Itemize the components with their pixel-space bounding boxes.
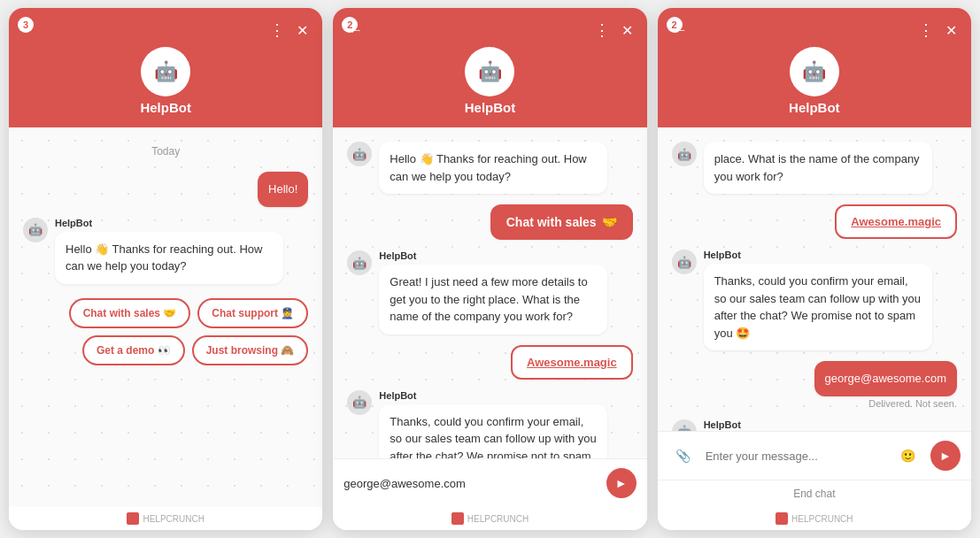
chat-panel-2: 2 ← ⋮ ✕ 🤖 HelpBot 🤖 Hello 👋 Thanks f xyxy=(333,8,646,530)
send-button-3[interactable]: ► xyxy=(930,441,961,471)
chat-footer-3: 📎 🙂 ► xyxy=(658,431,971,480)
brand-logo-1 xyxy=(127,512,139,525)
bot-initial-bubble-2: Hello 👋 Thanks for reaching out. How can… xyxy=(379,142,607,194)
bot-name-2b: HelpBot xyxy=(379,390,607,401)
bot-avatar-small-3a: 🤖 xyxy=(672,142,697,166)
close-icon-2[interactable]: ✕ xyxy=(621,22,633,39)
more-options-icon-2[interactable]: ⋮ xyxy=(594,20,611,40)
message-input-3[interactable] xyxy=(706,450,886,463)
email-meta-3: Delivered. Not seen. xyxy=(868,398,957,409)
bot-message-content-2a: HelpBot Great! I just need a few more de… xyxy=(379,250,607,334)
more-options-icon-3[interactable]: ⋮ xyxy=(918,20,935,40)
chat-body-2: 🤖 Hello 👋 Thanks for reaching out. How c… xyxy=(333,127,646,458)
brand-text-1: HELPCRUNCH xyxy=(143,514,204,524)
avatar-2: 🤖 xyxy=(465,47,514,96)
chat-header-1: 3 ⋮ ✕ 🤖 HelpBot xyxy=(9,8,322,127)
header-right-1: ⋮ ✕ xyxy=(269,20,308,40)
brand-text-2: HELPCRUNCH xyxy=(467,514,529,524)
bot-name-2a: HelpBot xyxy=(379,250,607,261)
header-title-1: HelpBot xyxy=(140,100,191,115)
bot-message-3b: 🤖 HelpBot Thank you! Now feel free to pr… xyxy=(672,419,957,432)
avatar-1: 🤖 xyxy=(141,47,190,96)
bot-message-2a: 🤖 HelpBot Great! I just need a few more … xyxy=(347,250,632,334)
bot-partial-content-3: place. What is the name of the company y… xyxy=(704,142,932,194)
chat-support-btn[interactable]: Chat support 👮 xyxy=(197,298,308,328)
send-button-2[interactable]: ► xyxy=(606,468,637,498)
panels-container: 3 ⋮ ✕ 🤖 HelpBot Today Hello! xyxy=(0,0,980,538)
bot-name-1: HelpBot xyxy=(55,218,283,228)
chat-panel-1: 3 ⋮ ✕ 🤖 HelpBot Today Hello! xyxy=(9,8,322,530)
bot-avatar-small-3b: 🤖 xyxy=(672,250,697,274)
bot-icon-1: 🤖 xyxy=(154,60,178,83)
bot-bubble-2a: Great! I just need a few more details to… xyxy=(379,265,607,334)
user-action-2: Chat with sales 🤝 xyxy=(347,204,632,240)
bot-avatar-small-2a: 🤖 xyxy=(347,142,372,166)
bot-bubble-2b: Thanks, could you confirm your email, so… xyxy=(379,404,607,459)
bot-partial-bubble-3: place. What is the name of the company y… xyxy=(704,142,932,194)
user-action-bubble-2: Chat with sales 🤝 xyxy=(490,204,633,240)
brand-3: HELPCRUNCH xyxy=(658,507,971,530)
chat-header-3: 2 ← ⋮ ✕ 🤖 HelpBot xyxy=(658,8,971,127)
bot-partial-3: 🤖 place. What is the name of the company… xyxy=(672,142,957,194)
header-right-2: ⋮ ✕ xyxy=(594,20,633,40)
bot-message-content-3a: HelpBot Thanks, could you confirm your e… xyxy=(704,250,932,350)
user-awesome-bubble-2: Awesome.magic xyxy=(511,345,633,380)
avatar-3: 🤖 xyxy=(790,47,839,96)
chat-body-3: 🤖 place. What is the name of the company… xyxy=(658,127,971,431)
message-input-2[interactable] xyxy=(343,477,598,490)
brand-text-3: HELPCRUNCH xyxy=(791,514,853,524)
header-right-3: ⋮ ✕ xyxy=(918,20,957,40)
get-demo-btn[interactable]: Get a demo 👀 xyxy=(82,335,185,365)
close-icon-1[interactable]: ✕ xyxy=(297,22,308,39)
header-icons-1: ⋮ ✕ xyxy=(23,20,308,40)
bot-message-content-3b: HelpBot Thank you! Now feel free to prov… xyxy=(704,419,932,432)
attachment-button-3[interactable]: 📎 xyxy=(668,441,698,471)
header-title-3: HelpBot xyxy=(789,100,840,115)
chat-panel-3: 2 ← ⋮ ✕ 🤖 HelpBot 🤖 place. What is th xyxy=(658,8,971,530)
just-browsing-btn[interactable]: Just browsing 🙈 xyxy=(192,335,309,365)
user-bubble-1: Hello! xyxy=(258,172,308,207)
bot-icon-2: 🤖 xyxy=(478,60,502,83)
badge-3: 2 xyxy=(667,17,683,33)
user-email-3: george@awesome.com Delivered. Not seen. xyxy=(672,361,957,409)
brand-logo-2 xyxy=(451,512,464,525)
chat-header-2: 2 ← ⋮ ✕ 🤖 HelpBot xyxy=(333,8,646,127)
user-message-1: Hello! xyxy=(23,172,308,207)
header-title-2: HelpBot xyxy=(465,100,516,115)
brand-1: HELPCRUNCH xyxy=(9,507,322,530)
header-icons-2: ← ⋮ ✕ xyxy=(347,20,632,40)
user-awesome-2: Awesome.magic xyxy=(347,345,632,380)
header-icons-3: ← ⋮ ✕ xyxy=(672,20,957,40)
user-action-emoji-2: 🤝 xyxy=(602,215,617,229)
bot-message-content-2b: HelpBot Thanks, could you confirm your e… xyxy=(379,390,607,459)
bot-bubble-3a: Thanks, could you confirm your email, so… xyxy=(704,264,932,350)
bot-message-2b: 🤖 HelpBot Thanks, could you confirm your… xyxy=(347,390,632,459)
user-awesome-3: Awesome.magic xyxy=(672,204,957,239)
bot-message-3a: 🤖 HelpBot Thanks, could you confirm your… xyxy=(672,250,957,350)
bot-avatar-small-3c: 🤖 xyxy=(672,419,697,432)
brand-2: HELPCRUNCH xyxy=(333,507,646,530)
badge-1: 3 xyxy=(18,17,34,33)
chat-body-1: Today Hello! 🤖 HelpBot Hello 👋 Thanks fo… xyxy=(9,127,322,507)
more-options-icon-1[interactable]: ⋮ xyxy=(269,20,286,40)
bot-name-3a: HelpBot xyxy=(704,250,932,260)
brand-logo-3 xyxy=(776,512,788,525)
end-chat-bar-3[interactable]: End chat xyxy=(658,480,971,507)
bot-icon-3: 🤖 xyxy=(802,60,826,83)
bot-name-3b: HelpBot xyxy=(704,419,932,430)
bot-avatar-small-1: 🤖 xyxy=(23,218,48,242)
user-email-bubble-3: george@awesome.com xyxy=(814,361,957,396)
bot-initial-2: 🤖 Hello 👋 Thanks for reaching out. How c… xyxy=(347,142,632,194)
date-divider-1: Today xyxy=(23,145,308,158)
bot-message-1: 🤖 HelpBot Hello 👋 Thanks for reaching ou… xyxy=(23,218,308,284)
user-awesome-bubble-3: Awesome.magic xyxy=(835,204,957,239)
close-icon-3[interactable]: ✕ xyxy=(945,22,957,39)
bot-message-content-1: HelpBot Hello 👋 Thanks for reaching out.… xyxy=(55,218,283,284)
emoji-button-3[interactable]: 🙂 xyxy=(893,441,923,471)
bot-bubble-1: Hello 👋 Thanks for reaching out. How can… xyxy=(55,232,283,284)
action-buttons-1: Chat with sales 🤝 Chat support 👮 Get a d… xyxy=(23,298,308,365)
user-action-text-2: Chat with sales xyxy=(506,215,597,229)
bot-avatar-small-2b: 🤖 xyxy=(347,250,372,275)
chat-with-sales-btn[interactable]: Chat with sales 🤝 xyxy=(69,298,191,328)
bot-initial-content-2: Hello 👋 Thanks for reaching out. How can… xyxy=(379,142,607,194)
